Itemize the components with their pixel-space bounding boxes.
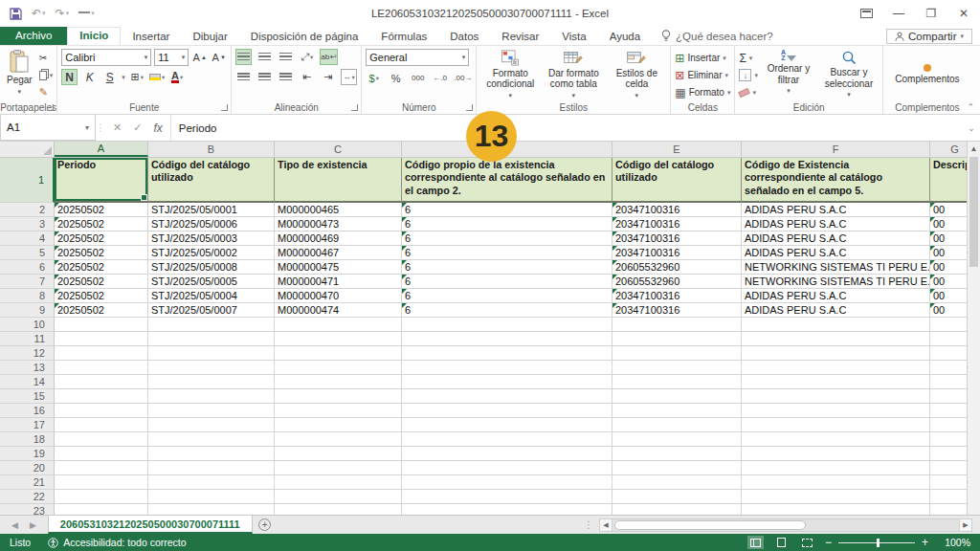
alignment-dialog-launcher-icon[interactable] xyxy=(351,104,358,111)
zoom-in-icon[interactable]: + xyxy=(922,538,928,547)
cell-E18[interactable] xyxy=(612,432,742,447)
font-color-icon[interactable]: A▾ xyxy=(169,69,186,85)
expand-formula-bar-icon[interactable]: ⌄ xyxy=(963,115,980,141)
cell-F18[interactable] xyxy=(742,432,930,447)
row-header-23[interactable]: 23 xyxy=(0,504,55,515)
cell-C7[interactable]: M000000471 xyxy=(275,275,402,289)
cell-C22[interactable] xyxy=(275,490,402,504)
cell-D15[interactable] xyxy=(402,389,612,404)
tab-scroll-split-handle[interactable]: ⋮ xyxy=(584,516,599,534)
save-icon[interactable] xyxy=(10,8,22,20)
cell-F20[interactable] xyxy=(742,461,930,475)
cell-A17[interactable] xyxy=(55,418,148,432)
conditional-formatting-button[interactable]: fx Formato condicional▾ xyxy=(480,49,540,100)
orientation-icon[interactable]: ⤢▾ xyxy=(299,49,315,65)
header-cell-D1[interactable]: Código propio de la existencia correspon… xyxy=(402,158,612,203)
cell-D6[interactable]: 6 xyxy=(402,260,612,275)
cell-F16[interactable] xyxy=(742,404,930,418)
top-align-icon[interactable] xyxy=(235,49,252,65)
cell-F3[interactable]: ADIDAS PERU S.A.C xyxy=(742,217,930,231)
row-header-12[interactable]: 12 xyxy=(0,346,55,361)
delete-cells-button[interactable]: ⊠Eliminar▾ xyxy=(675,68,730,82)
cell-C16[interactable] xyxy=(275,404,402,418)
cell-B5[interactable]: STJ/2025/05/0002 xyxy=(148,246,275,260)
font-dialog-launcher-icon[interactable] xyxy=(221,104,228,111)
cell-A18[interactable] xyxy=(55,432,148,447)
italic-button[interactable]: K xyxy=(81,69,98,85)
cell-F17[interactable] xyxy=(742,418,930,432)
cell-A23[interactable] xyxy=(55,504,148,515)
row-header-8[interactable]: 8 xyxy=(0,289,55,303)
find-select-button[interactable]: Buscar y seleccionar▾ xyxy=(819,49,879,100)
underline-button[interactable]: S xyxy=(101,69,118,85)
cell-C18[interactable] xyxy=(275,432,402,447)
customize-qat-icon[interactable]: ▾ xyxy=(78,10,95,17)
cell-B9[interactable]: STJ/2025/05/0007 xyxy=(148,303,275,318)
cell-B13[interactable] xyxy=(148,361,275,375)
new-sheet-button[interactable]: + xyxy=(253,516,278,534)
cell-F22[interactable] xyxy=(742,490,930,504)
decrease-decimal-icon[interactable]: .00→ xyxy=(454,70,472,86)
ribbon-tab-disposici-n-de-p-gina[interactable]: Disposición de página xyxy=(239,29,370,45)
font-name-combobox[interactable]: Calibri▾ xyxy=(61,49,151,66)
row-header-7[interactable]: 7 xyxy=(0,275,55,289)
bottom-align-icon[interactable] xyxy=(278,49,294,65)
cell-F5[interactable]: ADIDAS PERU S.A.C xyxy=(742,246,930,260)
cell-C5[interactable]: M000000467 xyxy=(275,246,402,260)
cell-F9[interactable]: ADIDAS PERU S.A.C xyxy=(742,303,930,318)
zoom-level[interactable]: 100% xyxy=(938,537,970,548)
grow-font-icon[interactable]: A▲ xyxy=(191,49,208,65)
column-header-E[interactable]: E xyxy=(612,142,742,157)
cell-E15[interactable] xyxy=(612,389,742,404)
page-break-view-icon[interactable] xyxy=(799,536,815,549)
cell-E3[interactable]: 20347100316 xyxy=(612,217,742,231)
redo-icon[interactable]: ↷▾ xyxy=(56,7,70,20)
autosum-button[interactable]: Σ▾ xyxy=(739,51,758,65)
shrink-font-icon[interactable]: A▼ xyxy=(211,49,227,65)
row-header-2[interactable]: 2 xyxy=(0,203,55,217)
cell-A14[interactable] xyxy=(55,375,148,389)
insert-cells-button[interactable]: ⊞Insertar▾ xyxy=(675,51,730,65)
cell-F10[interactable] xyxy=(742,318,930,332)
cell-D17[interactable] xyxy=(402,418,612,432)
cell-C17[interactable] xyxy=(275,418,402,432)
cell-E13[interactable] xyxy=(612,361,742,375)
cancel-icon[interactable]: ✕ xyxy=(113,121,122,134)
horizontal-scroll-thumb[interactable] xyxy=(614,520,806,530)
header-cell-F1[interactable]: Código de Existencia correspondiente al … xyxy=(742,158,930,203)
cell-B6[interactable]: STJ/2025/05/0008 xyxy=(148,260,275,275)
cell-B3[interactable]: STJ/2025/05/0006 xyxy=(148,217,275,231)
ribbon-tab-archivo[interactable]: Archivo xyxy=(0,27,67,45)
zoom-slider-thumb[interactable] xyxy=(877,539,880,547)
number-format-combobox[interactable]: General▾ xyxy=(366,49,469,66)
cell-D8[interactable]: 6 xyxy=(402,289,612,303)
row-header-17[interactable]: 17 xyxy=(0,418,55,432)
horizontal-scrollbar[interactable]: ◀ ▶ xyxy=(599,516,972,534)
row-header-4[interactable]: 4 xyxy=(0,231,55,246)
cell-A7[interactable]: 20250502 xyxy=(55,275,148,289)
cell-D21[interactable] xyxy=(402,475,612,490)
clipboard-dialog-launcher-icon[interactable] xyxy=(47,104,54,111)
share-button[interactable]: Compartir ▾ xyxy=(886,29,972,44)
increase-indent-icon[interactable]: ⇥ xyxy=(320,69,336,85)
row-header-6[interactable]: 6 xyxy=(0,260,55,275)
cell-B4[interactable]: STJ/2025/05/0003 xyxy=(148,231,275,246)
row-header-1[interactable]: 1 xyxy=(0,158,55,203)
row-header-14[interactable]: 14 xyxy=(0,375,55,389)
cell-B12[interactable] xyxy=(148,346,275,361)
cell-E5[interactable]: 20347100316 xyxy=(612,246,742,260)
sheet-tab-active[interactable]: 2060531032120250500030700071111 xyxy=(48,516,253,534)
cell-E6[interactable]: 20605532960 xyxy=(612,260,742,275)
accessibility-status[interactable]: Accesibilidad: todo correcto xyxy=(48,537,186,548)
borders-icon[interactable]: ⊞▾ xyxy=(129,69,145,85)
cell-E14[interactable] xyxy=(612,375,742,389)
insert-function-icon[interactable]: fx xyxy=(153,121,162,135)
cell-E19[interactable] xyxy=(612,447,742,461)
cell-B17[interactable] xyxy=(148,418,275,432)
row-header-19[interactable]: 19 xyxy=(0,447,55,461)
bold-button[interactable]: N xyxy=(61,69,78,85)
minimize-icon[interactable]: — xyxy=(882,0,915,27)
increase-decimal-icon[interactable]: ←.0 xyxy=(432,70,448,86)
ribbon-tab-insertar[interactable]: Insertar xyxy=(121,29,181,45)
ribbon-tab-f-rmulas[interactable]: Fórmulas xyxy=(369,29,438,45)
